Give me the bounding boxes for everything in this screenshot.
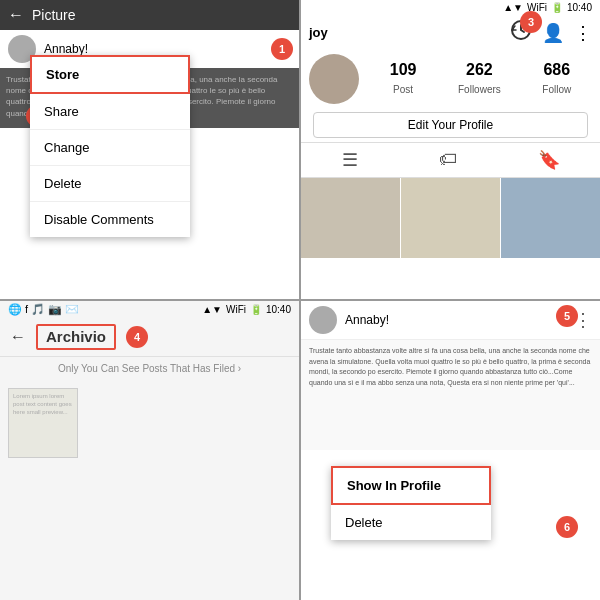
menu-item-disable-comments[interactable]: Disable Comments: [30, 202, 190, 237]
photo-1: [301, 178, 400, 258]
menu-item-show-in-profile[interactable]: Show In Profile: [331, 466, 491, 505]
q3-status-bar: 🌐 f 🎵 📷 ✉️ ▲▼ WiFi 🔋 10:40: [0, 301, 299, 318]
edit-profile-button[interactable]: Edit Your Profile: [313, 112, 588, 138]
badge-4: 4: [126, 326, 148, 348]
photo-3: [501, 178, 600, 258]
quadrant-post-menu: Annaby! ⋮ 5 Trustate tanto abbastanza vo…: [301, 301, 600, 600]
q1-username: Annaby!: [44, 42, 273, 56]
stat-following: 686 Follow: [542, 61, 571, 97]
clock: 10:40: [266, 304, 291, 315]
badge-3: 3: [520, 11, 542, 33]
archived-post-thumb[interactable]: Lorem ipsum lorem post text content goes…: [8, 388, 78, 458]
q4-context-menu: Show In Profile Delete: [331, 466, 491, 540]
more-options-icon[interactable]: ⋮: [574, 22, 592, 44]
battery-icon: 🔋: [551, 2, 563, 13]
menu-item-share[interactable]: Share: [30, 94, 190, 130]
q2-photos-grid: [301, 178, 600, 258]
badge-6: 6: [556, 516, 578, 538]
q1-title: Picture: [32, 7, 291, 23]
wifi-icon: WiFi: [226, 304, 246, 315]
social-icons: 🌐 f 🎵 📷 ✉️: [8, 303, 198, 316]
profile-avatar: [309, 54, 359, 104]
q2-tabs: ☰ 🏷 🔖: [301, 142, 600, 178]
q1-header: ← Picture: [0, 0, 299, 30]
menu-item-change[interactable]: Change: [30, 130, 190, 166]
signal-icon: ▲▼: [202, 304, 222, 315]
bookmark-icon[interactable]: 🔖: [538, 149, 560, 171]
avatar: [309, 306, 337, 334]
back-icon[interactable]: ←: [8, 6, 24, 24]
badge-1: 1: [271, 38, 293, 60]
q3-header: ← Archivio 4: [0, 318, 299, 357]
photo-2: [401, 178, 500, 258]
post-label: Post: [393, 84, 413, 95]
q2-header-icons: 3 👤 ⋮: [510, 19, 592, 46]
clock: 10:40: [567, 2, 592, 13]
q3-subtitle: Only You Can See Posts That Has Filed ›: [0, 357, 299, 380]
back-icon[interactable]: ←: [10, 328, 26, 346]
menu-item-delete[interactable]: Delete: [331, 505, 491, 540]
following-count: 686: [542, 61, 571, 79]
q4-user-row: Annaby! ⋮ 5: [301, 301, 600, 340]
followers-count: 262: [458, 61, 501, 79]
q2-status-bar: ▲▼ WiFi 🔋 10:40: [301, 0, 600, 15]
q2-stats-row: 109 Post 262 Followers 686 Follow: [369, 61, 592, 97]
quadrant-picture-menu: ← Picture Annaby! ⋮ 1 Trustate tanto bel…: [0, 0, 299, 299]
archive-history-icon[interactable]: 3: [510, 19, 532, 46]
archivio-title: Archivio: [46, 328, 106, 345]
battery-icon: 🔋: [250, 304, 262, 315]
q2-header-bar: joy 3 👤 ⋮: [301, 15, 600, 50]
menu-item-store[interactable]: Store: [30, 55, 190, 94]
q2-username: joy: [309, 25, 510, 40]
stat-post: 109 Post: [390, 61, 417, 97]
archived-post-text: Lorem ipsum lorem post text content goes…: [9, 389, 77, 420]
q4-post-text: Trustate tanto abbastanza volte altre sì…: [301, 340, 600, 450]
archivio-title-box: Archivio: [36, 324, 116, 350]
q4-username: Annaby!: [345, 313, 574, 327]
tag-icon[interactable]: 🏷: [439, 149, 457, 171]
grid-icon[interactable]: ☰: [342, 149, 358, 171]
quadrant-profile: ▲▼ WiFi 🔋 10:40 joy 3 👤 ⋮: [301, 0, 600, 299]
badge-5: 5: [556, 305, 578, 327]
followers-label: Followers: [458, 84, 501, 95]
stat-followers: 262 Followers: [458, 61, 501, 97]
quadrant-archivio: 🌐 f 🎵 📷 ✉️ ▲▼ WiFi 🔋 10:40 ← Archivio 4 …: [0, 301, 299, 600]
post-count: 109: [390, 61, 417, 79]
signal-icon: ▲▼: [503, 2, 523, 13]
q1-context-menu: Store Share Change Delete Disable Commen…: [30, 55, 190, 237]
add-person-icon[interactable]: 👤: [542, 22, 564, 44]
following-label: Follow: [542, 84, 571, 95]
menu-item-delete[interactable]: Delete: [30, 166, 190, 202]
